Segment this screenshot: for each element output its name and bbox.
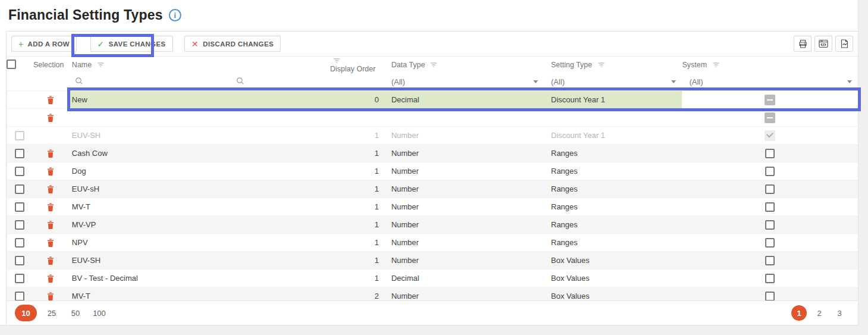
system-filter-select[interactable]: (All) <box>689 77 858 86</box>
cell-data-type[interactable]: Number <box>383 180 544 198</box>
row-select-checkbox[interactable] <box>15 220 24 230</box>
cell-extra[interactable] <box>226 180 330 198</box>
cell-extra[interactable] <box>226 270 330 287</box>
cell-name[interactable]: New <box>68 91 227 108</box>
filter-funnel-icon[interactable] <box>98 61 104 69</box>
info-icon[interactable]: i <box>169 9 181 21</box>
system-checkbox[interactable] <box>765 220 775 230</box>
data-type-filter-select[interactable]: (All) <box>391 77 544 86</box>
filter-funnel-icon[interactable] <box>430 61 437 69</box>
cell-data-type[interactable]: Number <box>383 234 544 251</box>
system-checkbox[interactable] <box>765 130 775 141</box>
cell-name[interactable]: Cash Cow <box>68 145 227 162</box>
column-header-system[interactable]: System <box>682 61 707 69</box>
export-file-button[interactable] <box>835 36 853 52</box>
delete-row-icon[interactable] <box>47 149 54 158</box>
cell-name[interactable]: MV-T <box>68 198 227 215</box>
row-select-checkbox[interactable] <box>15 184 24 194</box>
save-changes-button[interactable]: ✓ SAVE CHANGES <box>90 36 173 52</box>
cell-setting-type[interactable]: Box Values <box>544 287 683 300</box>
system-checkbox[interactable] <box>765 184 775 194</box>
cell-name[interactable]: Dog <box>68 162 227 180</box>
cell-display-order[interactable]: 1 <box>330 234 383 251</box>
cell-display-order[interactable]: 1 <box>330 127 383 144</box>
cell-name[interactable] <box>68 109 227 126</box>
filter-funnel-icon[interactable] <box>334 57 340 65</box>
delete-row-icon[interactable] <box>47 239 54 247</box>
add-row-button[interactable]: + ADD A ROW <box>11 36 77 52</box>
discard-changes-button[interactable]: ✕ DISCARD CHANGES <box>184 36 281 52</box>
cell-data-type[interactable]: Decimal <box>383 91 544 108</box>
cell-display-order[interactable]: 1 <box>330 145 383 162</box>
cell-setting-type[interactable]: Box Values <box>544 252 683 269</box>
cell-extra[interactable] <box>226 109 330 126</box>
delete-row-icon[interactable] <box>47 256 54 265</box>
cell-data-type[interactable] <box>383 109 544 126</box>
system-checkbox[interactable] <box>765 292 775 301</box>
export-code-button[interactable] <box>814 36 832 52</box>
delete-row-icon[interactable] <box>47 114 54 122</box>
page-number[interactable]: 1 <box>791 305 807 321</box>
system-checkbox[interactable] <box>765 112 775 123</box>
page-size-option[interactable]: 100 <box>90 305 108 321</box>
system-checkbox[interactable] <box>765 274 775 283</box>
cell-setting-type[interactable]: Ranges <box>544 145 683 162</box>
column-header-name[interactable]: Name <box>72 61 92 69</box>
column-header-setting-type[interactable]: Setting Type <box>551 61 592 69</box>
cell-data-type[interactable]: Number <box>383 252 544 269</box>
delete-row-icon[interactable] <box>47 292 54 300</box>
row-select-checkbox[interactable] <box>15 256 24 265</box>
row-select-checkbox[interactable] <box>15 202 24 212</box>
cell-setting-type[interactable] <box>544 109 683 126</box>
cell-display-order[interactable]: 1 <box>330 252 383 269</box>
row-select-checkbox[interactable] <box>15 238 24 248</box>
cell-data-type[interactable]: Number <box>383 216 544 233</box>
row-select-checkbox[interactable] <box>15 167 24 176</box>
system-checkbox[interactable] <box>765 167 775 176</box>
cell-display-order[interactable]: 1 <box>330 198 383 215</box>
cell-extra[interactable] <box>226 127 330 144</box>
cell-name[interactable]: MV-T <box>68 287 227 300</box>
print-button[interactable] <box>794 36 812 52</box>
cell-display-order[interactable]: 1 <box>330 180 383 198</box>
cell-extra[interactable] <box>226 216 330 233</box>
page-size-option[interactable]: 10 <box>15 305 37 321</box>
page-size-option[interactable]: 25 <box>43 305 61 321</box>
cell-name[interactable]: EUV-SH <box>68 252 227 269</box>
cell-extra[interactable] <box>226 234 330 251</box>
row-select-checkbox[interactable] <box>15 149 24 158</box>
delete-row-icon[interactable] <box>47 274 54 283</box>
cell-name[interactable]: MV-VP <box>68 216 227 233</box>
cell-setting-type[interactable]: Ranges <box>544 180 683 198</box>
cell-extra[interactable] <box>226 91 330 108</box>
filter-funnel-icon[interactable] <box>713 61 719 69</box>
cell-extra[interactable] <box>226 198 330 215</box>
cell-data-type[interactable]: Number <box>383 198 544 215</box>
cell-setting-type[interactable]: Ranges <box>544 198 683 215</box>
cell-setting-type[interactable]: Ranges <box>544 216 683 233</box>
extra-filter-input[interactable] <box>247 78 325 87</box>
delete-row-icon[interactable] <box>47 167 54 176</box>
row-select-checkbox[interactable] <box>15 292 24 301</box>
cell-display-order[interactable]: 2 <box>330 287 383 300</box>
system-checkbox[interactable] <box>765 238 775 248</box>
cell-setting-type[interactable]: Box Values <box>544 270 683 287</box>
cell-display-order[interactable]: 1 <box>330 216 383 233</box>
cell-extra[interactable] <box>226 287 330 300</box>
cell-display-order[interactable]: 0 <box>330 91 383 108</box>
cell-extra[interactable] <box>226 162 330 180</box>
row-select-checkbox[interactable] <box>15 131 24 140</box>
cell-display-order[interactable]: 1 <box>330 270 383 287</box>
system-checkbox[interactable] <box>765 256 775 265</box>
delete-row-icon[interactable] <box>47 221 54 229</box>
setting-type-filter-select[interactable]: (All) <box>551 77 683 86</box>
cell-extra[interactable] <box>226 145 330 162</box>
cell-display-order[interactable]: 1 <box>330 162 383 180</box>
page-size-option[interactable]: 50 <box>67 305 84 321</box>
cell-data-type[interactable]: Number <box>383 145 544 162</box>
cell-data-type[interactable]: Decimal <box>383 270 544 287</box>
cell-name[interactable]: BV - Test - Decimal <box>68 270 227 287</box>
row-select-checkbox[interactable] <box>15 274 24 283</box>
page-number[interactable]: 3 <box>832 305 847 321</box>
column-header-display-order[interactable]: Display Order <box>330 65 375 73</box>
